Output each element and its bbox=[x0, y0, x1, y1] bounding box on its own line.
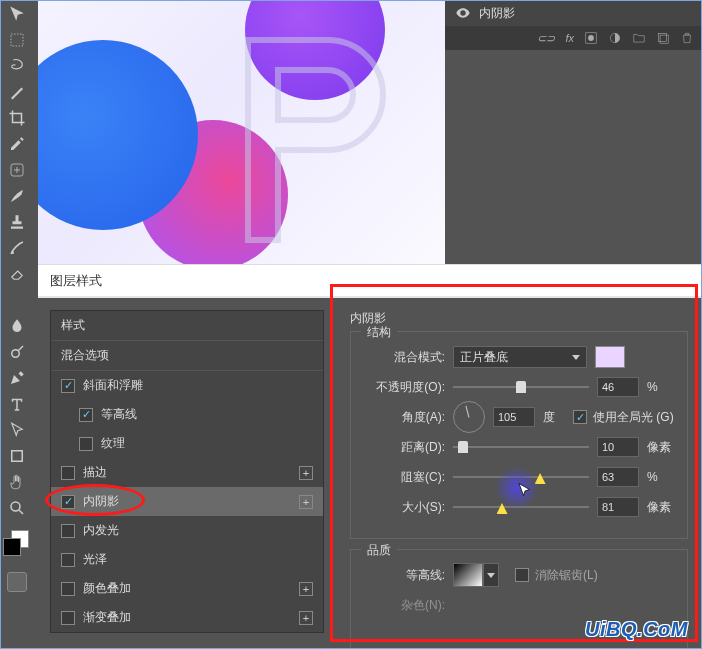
global-light-checkbox[interactable] bbox=[573, 410, 587, 424]
choke-unit: % bbox=[647, 470, 677, 484]
size-input[interactable] bbox=[597, 497, 639, 517]
marquee-tool-icon[interactable] bbox=[5, 28, 29, 52]
new-layer-icon[interactable] bbox=[656, 31, 670, 45]
layers-panel-fragment: 内阴影 ⊂⊃ fx bbox=[445, 0, 702, 50]
type-tool-icon[interactable] bbox=[5, 392, 29, 416]
fx-icon[interactable]: fx bbox=[565, 32, 574, 44]
global-light-label: 使用全局光 (G) bbox=[593, 409, 674, 426]
style-inner-glow[interactable]: 内发光 bbox=[51, 516, 323, 545]
layers-footer: ⊂⊃ fx bbox=[445, 26, 702, 50]
hand-tool-icon[interactable] bbox=[5, 470, 29, 494]
style-stroke[interactable]: 描边 + bbox=[51, 458, 323, 487]
visibility-icon[interactable] bbox=[455, 5, 471, 21]
folder-icon[interactable] bbox=[632, 31, 646, 45]
style-label: 等高线 bbox=[101, 406, 137, 423]
style-texture[interactable]: 纹理 bbox=[51, 429, 323, 458]
quality-legend: 品质 bbox=[361, 542, 397, 559]
crop-tool-icon[interactable] bbox=[5, 106, 29, 130]
shadow-color-swatch[interactable] bbox=[595, 346, 625, 368]
history-brush-tool-icon[interactable] bbox=[5, 236, 29, 260]
contour-dropdown-icon[interactable] bbox=[483, 563, 499, 587]
blur-tool-icon[interactable] bbox=[5, 314, 29, 338]
svg-point-6 bbox=[11, 502, 20, 511]
contour-preview[interactable] bbox=[453, 563, 483, 587]
mask-icon[interactable] bbox=[584, 31, 598, 45]
shape-tool-icon[interactable] bbox=[5, 444, 29, 468]
brush-tool-icon[interactable] bbox=[5, 184, 29, 208]
svg-point-8 bbox=[588, 35, 594, 41]
styles-list-panel: 样式 混合选项 斜面和浮雕 等高线 纹理 描边 + 内阴影 + 内发光 bbox=[38, 298, 336, 649]
opacity-slider[interactable] bbox=[453, 377, 589, 397]
heal-tool-icon[interactable] bbox=[5, 158, 29, 182]
opacity-unit: % bbox=[647, 380, 677, 394]
choke-input[interactable] bbox=[597, 467, 639, 487]
distance-label: 距离(D): bbox=[361, 439, 453, 456]
style-satin[interactable]: 光泽 bbox=[51, 545, 323, 574]
canvas-preview bbox=[38, 0, 445, 264]
inner-shadow-settings: 内阴影 结构 混合模式: 正片叠底 不透明度(O): % 角度(A): 度 使用… bbox=[336, 298, 702, 649]
svg-rect-11 bbox=[660, 35, 668, 43]
checkbox-icon[interactable] bbox=[61, 466, 75, 480]
layer-effect-label: 内阴影 bbox=[479, 5, 515, 22]
opacity-input[interactable] bbox=[597, 377, 639, 397]
checkbox-icon[interactable] bbox=[61, 582, 75, 596]
checkbox-icon[interactable] bbox=[61, 524, 75, 538]
wand-tool-icon[interactable] bbox=[5, 80, 29, 104]
add-effect-icon[interactable]: + bbox=[299, 466, 313, 480]
style-label: 斜面和浮雕 bbox=[83, 377, 143, 394]
structure-legend: 结构 bbox=[361, 324, 397, 341]
svg-point-4 bbox=[11, 350, 19, 358]
style-gradient-overlay[interactable]: 渐变叠加 + bbox=[51, 603, 323, 632]
style-contour[interactable]: 等高线 bbox=[51, 400, 323, 429]
blend-options-row[interactable]: 混合选项 bbox=[51, 341, 323, 371]
checkbox-icon[interactable] bbox=[79, 437, 93, 451]
link-icon[interactable]: ⊂⊃ bbox=[537, 32, 555, 45]
glass-letter bbox=[228, 30, 408, 250]
choke-label: 阻塞(C): bbox=[361, 469, 453, 486]
add-effect-icon[interactable]: + bbox=[299, 582, 313, 596]
add-effect-icon[interactable]: + bbox=[299, 611, 313, 625]
style-bevel-emboss[interactable]: 斜面和浮雕 bbox=[51, 371, 323, 400]
style-label: 光泽 bbox=[83, 551, 107, 568]
style-label: 颜色叠加 bbox=[83, 580, 131, 597]
styles-header[interactable]: 样式 bbox=[51, 311, 323, 341]
distance-slider[interactable] bbox=[453, 437, 589, 457]
distance-input[interactable] bbox=[597, 437, 639, 457]
checkbox-icon[interactable] bbox=[79, 408, 93, 422]
layer-effect-row[interactable]: 内阴影 bbox=[445, 0, 702, 26]
path-select-tool-icon[interactable] bbox=[5, 418, 29, 442]
gradient-tool-icon[interactable] bbox=[5, 288, 29, 312]
quick-mask-icon[interactable] bbox=[7, 572, 27, 592]
adjustment-icon[interactable] bbox=[608, 31, 622, 45]
svg-rect-0 bbox=[11, 34, 23, 46]
angle-unit: 度 bbox=[543, 409, 573, 426]
zoom-tool-icon[interactable] bbox=[5, 496, 29, 520]
style-label: 纹理 bbox=[101, 435, 125, 452]
checkbox-icon[interactable] bbox=[61, 379, 75, 393]
eyedropper-tool-icon[interactable] bbox=[5, 132, 29, 156]
style-color-overlay[interactable]: 颜色叠加 + bbox=[51, 574, 323, 603]
choke-slider[interactable] bbox=[453, 467, 589, 487]
angle-dial[interactable] bbox=[453, 401, 485, 433]
antialias-checkbox[interactable] bbox=[515, 568, 529, 582]
style-inner-shadow[interactable]: 内阴影 + bbox=[51, 487, 323, 516]
checkbox-icon[interactable] bbox=[61, 611, 75, 625]
trash-icon[interactable] bbox=[680, 31, 694, 45]
add-effect-icon[interactable]: + bbox=[299, 495, 313, 509]
lasso-tool-icon[interactable] bbox=[5, 54, 29, 78]
angle-input[interactable] bbox=[493, 407, 535, 427]
pen-tool-icon[interactable] bbox=[5, 366, 29, 390]
foreground-color-swatch[interactable] bbox=[3, 538, 21, 556]
blend-mode-dropdown[interactable]: 正片叠底 bbox=[453, 346, 587, 368]
size-unit: 像素 bbox=[647, 499, 677, 516]
checkbox-icon[interactable] bbox=[61, 495, 75, 509]
dodge-tool-icon[interactable] bbox=[5, 340, 29, 364]
move-tool-icon[interactable] bbox=[5, 2, 29, 26]
size-slider[interactable] bbox=[453, 497, 589, 517]
stamp-tool-icon[interactable] bbox=[5, 210, 29, 234]
style-label: 内阴影 bbox=[83, 493, 119, 510]
eraser-tool-icon[interactable] bbox=[5, 262, 29, 286]
color-swatches[interactable] bbox=[3, 530, 31, 558]
dialog-title-text: 图层样式 bbox=[50, 272, 102, 290]
checkbox-icon[interactable] bbox=[61, 553, 75, 567]
